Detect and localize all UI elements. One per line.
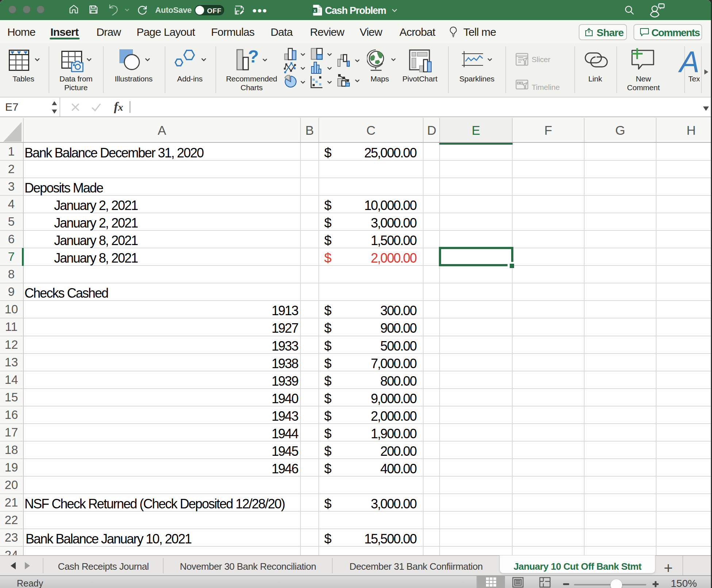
svg-text:?: ?: [248, 49, 258, 66]
svg-text:x: x: [314, 8, 316, 13]
